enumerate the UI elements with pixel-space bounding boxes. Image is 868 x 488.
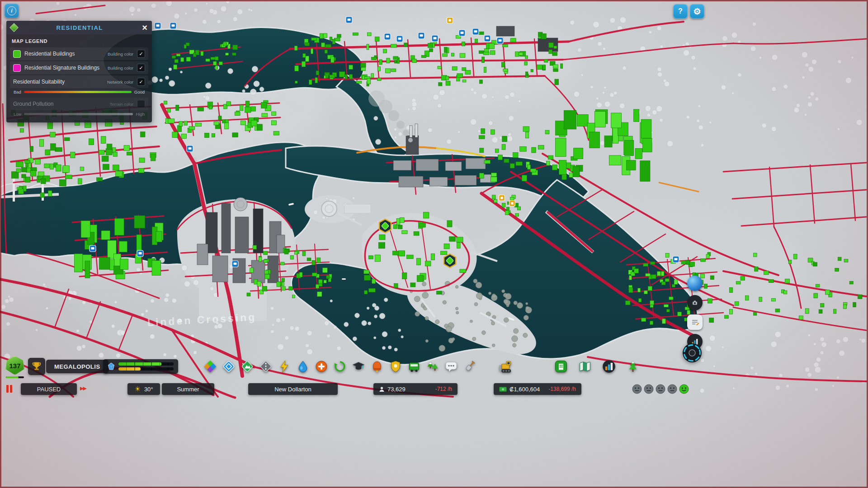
happiness-face-neutral	[656, 384, 665, 394]
happiness-indicator[interactable]	[632, 384, 689, 394]
map-view-button[interactable]	[687, 276, 703, 291]
electricity-icon[interactable]	[276, 358, 293, 375]
map-tiles-icon[interactable]	[576, 358, 594, 375]
transit-stop-marker-icon[interactable]	[472, 28, 479, 35]
transport-icon[interactable]	[406, 358, 423, 375]
progress-bars	[118, 362, 174, 371]
treasury-display[interactable]: ₡1,600,604 -138,699 /h	[494, 383, 581, 395]
milestone-name[interactable]: MEGALOPOLIS	[46, 360, 108, 373]
panel-header: RESIDENTIAL ×	[6, 21, 152, 34]
education-icon[interactable]	[350, 358, 367, 375]
transit-stop-marker-icon[interactable]	[673, 256, 679, 263]
suitability-gradient-bar	[24, 91, 132, 93]
transit-stop-marker-icon[interactable]	[155, 23, 161, 29]
areas-icon[interactable]	[220, 358, 237, 375]
pollution-scale: Low High	[14, 112, 145, 117]
xp-progress-bar	[118, 362, 174, 366]
residential-infoview-panel: RESIDENTIAL × MAP LEGEND Residential Bui…	[6, 21, 152, 122]
bulldozer-icon[interactable]	[496, 357, 515, 376]
residential-buildings-checkbox[interactable]: ✓	[137, 50, 145, 58]
info-button[interactable]: i	[5, 4, 19, 18]
city-name-display[interactable]: New Dollarton	[248, 383, 338, 395]
info-icon: i	[7, 6, 16, 15]
transit-stop-marker-icon[interactable]	[90, 245, 96, 252]
legend-heading: MAP LEGEND	[6, 34, 152, 46]
sun-icon: ☀	[134, 385, 140, 393]
transit-stop-marker-icon[interactable]	[459, 30, 465, 36]
legend-row-residential-buildings: Residential Buildings Building color ✓	[10, 47, 148, 60]
water-icon[interactable]	[294, 358, 311, 375]
panel-title: RESIDENTIAL	[21, 24, 138, 31]
treasury-trend: -138,699 /h	[548, 386, 576, 392]
close-icon[interactable]: ×	[142, 23, 147, 32]
simulation-state: PAUSED	[21, 383, 77, 395]
transit-stop-marker-icon[interactable]	[137, 250, 143, 257]
happiness-face-happy	[679, 384, 689, 394]
pollution-gradient-bar	[24, 113, 133, 115]
transit-stop-marker-icon[interactable]	[484, 35, 491, 42]
achievements-button[interactable]	[28, 358, 45, 375]
statistics-icon[interactable]	[600, 358, 618, 375]
notes-icon	[689, 317, 700, 328]
development-crystal-icon	[108, 362, 115, 371]
residential-color-swatch	[13, 50, 21, 58]
progress-pill[interactable]	[103, 359, 178, 374]
transit-stop-marker-icon[interactable]	[418, 33, 425, 39]
transit-stop-marker-icon[interactable]	[232, 261, 238, 267]
construction-toolbar	[202, 358, 478, 375]
help-button[interactable]: ?	[673, 4, 688, 19]
fire-rescue-icon[interactable]	[368, 358, 386, 375]
roads-icon[interactable]	[257, 358, 274, 375]
communications-icon[interactable]	[443, 358, 460, 375]
milestone-marker-icon[interactable]	[444, 254, 456, 267]
zones-icon[interactable]	[202, 358, 219, 375]
radio-button[interactable]	[682, 343, 703, 365]
poi-marker-icon[interactable]	[509, 201, 515, 206]
garbage-icon[interactable]	[331, 358, 349, 375]
nature-icon[interactable]	[624, 358, 642, 375]
info-toolbar	[552, 358, 642, 375]
photo-mode-button[interactable]	[687, 295, 703, 310]
help-icon: ?	[678, 7, 683, 15]
money-icon	[499, 387, 507, 392]
happiness-face-neutral	[644, 384, 654, 394]
signature-buildings-checkbox[interactable]: ✓	[137, 64, 145, 72]
city-services-icon[interactable]	[552, 358, 570, 375]
landscaping-icon[interactable]	[461, 358, 478, 375]
population-display[interactable]: 73,629 -712 /h	[373, 383, 458, 395]
suitability-checkbox[interactable]: ✓	[137, 78, 145, 86]
terrain-icon[interactable]	[239, 358, 256, 375]
settings-button[interactable]: ⚙	[690, 4, 704, 19]
legend-row-pollution: Ground Pollution Terrain color	[10, 98, 148, 110]
season-display[interactable]: Summer	[162, 383, 214, 395]
transit-stop-marker-icon[interactable]	[346, 17, 352, 23]
population-icon	[379, 386, 385, 392]
game-viewport: Linden Crossing i ? ⚙ RESIDENTIAL × MAP …	[0, 0, 868, 488]
dev-points-bar	[118, 367, 174, 371]
legend-row-suitability: Residential Suitability Network color ✓	[10, 75, 148, 88]
journal-button[interactable]	[687, 314, 703, 330]
population-trend: -712 /h	[435, 386, 452, 392]
poi-marker-icon[interactable]	[499, 195, 505, 201]
police-icon[interactable]	[387, 358, 404, 375]
right-tool-stack	[687, 276, 703, 349]
parks-icon[interactable]	[424, 358, 441, 375]
transit-stop-marker-icon[interactable]	[170, 23, 176, 29]
milestone-marker-icon[interactable]	[379, 219, 391, 233]
transit-stop-marker-icon[interactable]	[384, 33, 391, 40]
temperature-display[interactable]: ☀ 30°	[127, 383, 160, 395]
pollution-checkbox[interactable]	[137, 100, 145, 108]
poi-marker-icon[interactable]	[447, 18, 453, 23]
transit-stop-marker-icon[interactable]	[497, 38, 503, 44]
health-icon[interactable]	[313, 358, 330, 375]
transit-stop-marker-icon[interactable]	[396, 36, 403, 42]
suitability-scale: Bad Good	[14, 89, 145, 94]
milestone-xp-bar	[6, 376, 24, 378]
speed-control[interactable]: ▶▶	[80, 385, 86, 391]
trophy-icon	[31, 361, 42, 372]
transit-stop-marker-icon[interactable]	[432, 35, 438, 42]
transit-stop-marker-icon[interactable]	[187, 145, 193, 152]
happiness-face-neutral	[667, 384, 677, 394]
pause-button[interactable]	[6, 385, 12, 393]
happiness-face-neutral	[632, 384, 642, 394]
